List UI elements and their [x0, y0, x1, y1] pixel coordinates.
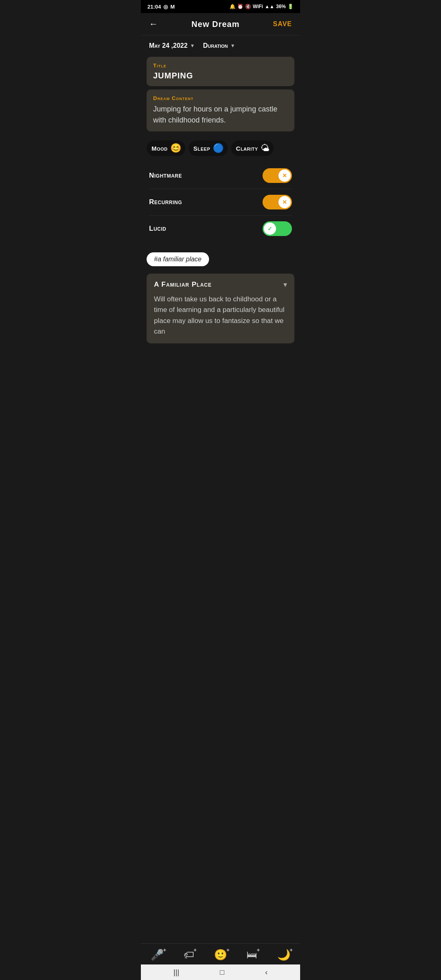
title-card-label: Title — [153, 62, 288, 69]
hashtag-row: #a familiar place — [141, 246, 300, 270]
nightmare-label: Nightmare — [149, 172, 182, 180]
title-input[interactable]: JUMPING — [153, 71, 288, 80]
lucid-label: Lucid — [149, 225, 166, 233]
mood-button[interactable]: 🙂 + — [214, 949, 227, 961]
sleep-plus-icon: + — [290, 947, 293, 953]
place-card-title: A Familiar Place — [154, 281, 212, 289]
title-card[interactable]: Title JUMPING — [147, 57, 294, 86]
alarm-icon: 🔔 — [229, 4, 236, 9]
mic-icon: 🎤 — [151, 949, 164, 961]
top-nav: ← New Dream Save — [141, 13, 300, 36]
gmail-icon: M — [170, 4, 175, 10]
nightmare-icon: ✕ — [282, 172, 287, 179]
duration-picker[interactable]: Duration ▼ — [203, 42, 235, 49]
clock-icon: ⏰ — [237, 4, 243, 9]
tag-row: Mood 😊 Sleep 🔵 Clarity 🌤 — [141, 135, 300, 158]
bed-icon: 🛏 — [247, 949, 257, 961]
bottom-toolbar: 🎤 + 🏷 + 🙂 + 🛏 + 🌙 + — [141, 943, 300, 964]
mic-plus-icon: + — [163, 947, 167, 953]
place-card-header: A Familiar Place ▾ — [154, 280, 287, 289]
mood-label: Mood — [151, 145, 168, 152]
recurring-toggle[interactable]: ✕ — [263, 195, 292, 209]
sleep-emoji: 🔵 — [213, 143, 224, 154]
nightmare-knob: ✕ — [278, 169, 291, 182]
place-card-chevron[interactable]: ▾ — [283, 280, 287, 289]
lucid-icon: ✓ — [267, 225, 272, 232]
mic-button[interactable]: 🎤 + — [151, 949, 164, 961]
whatsapp-icon: ◎ — [163, 4, 168, 10]
clarity-tag[interactable]: Clarity 🌤 — [231, 140, 274, 156]
nightmare-row: Nightmare ✕ — [149, 163, 292, 189]
sleep-tag[interactable]: Sleep 🔵 — [189, 140, 228, 156]
status-right: 🔔 ⏰ 🔇 WiFi ▲▲ 36% 🔋 — [229, 4, 294, 9]
tag-plus-icon: + — [194, 947, 197, 953]
status-time: 21:04 — [147, 4, 161, 10]
clarity-label: Clarity — [236, 145, 258, 152]
recurring-knob: ✕ — [278, 196, 291, 208]
content-input[interactable]: Jumping for hours on a jumping castle wi… — [153, 104, 288, 126]
tag-button[interactable]: 🏷 + — [184, 949, 194, 961]
recurring-label: Recurring — [149, 198, 182, 206]
page-title: New Dream — [192, 20, 240, 29]
recurring-row: Recurring ✕ — [149, 189, 292, 216]
nightmare-toggle[interactable]: ✕ — [263, 168, 292, 183]
android-menu-button[interactable]: ||| — [174, 968, 179, 977]
lucid-knob: ✓ — [264, 223, 276, 235]
content-card-label: Dream Content — [153, 95, 288, 101]
duration-label: Duration — [203, 42, 228, 49]
sleep-icon: 🌙 — [277, 949, 290, 961]
android-back-button[interactable]: ‹ — [265, 968, 267, 977]
recurring-icon: ✕ — [282, 199, 287, 205]
back-button[interactable]: ← — [149, 19, 158, 29]
bed-plus-icon: + — [257, 947, 260, 953]
mood-emoji: 😊 — [170, 143, 181, 154]
save-button[interactable]: Save — [273, 20, 292, 28]
date-value: May 24 ,2022 — [149, 42, 187, 49]
date-picker[interactable]: May 24 ,2022 ▼ — [149, 42, 195, 49]
battery-icon: 🔋 — [287, 4, 294, 9]
battery-level: 36% — [276, 4, 286, 9]
lucid-toggle[interactable]: ✓ — [263, 221, 292, 236]
wifi-icon: WiFi — [253, 4, 263, 9]
toggle-section: Nightmare ✕ Recurring ✕ Lucid ✓ — [141, 158, 300, 246]
place-card[interactable]: A Familiar Place ▾ Will often take us ba… — [147, 274, 294, 343]
android-nav: ||| □ ‹ — [141, 964, 300, 980]
sleep-label: Sleep — [194, 145, 210, 152]
date-row: May 24 ,2022 ▼ Duration ▼ — [141, 36, 300, 53]
mute-icon: 🔇 — [245, 4, 251, 9]
sleep-button[interactable]: 🌙 + — [277, 949, 290, 961]
clarity-emoji: 🌤 — [261, 143, 270, 154]
lucid-row: Lucid ✓ — [149, 216, 292, 242]
android-home-button[interactable]: □ — [220, 968, 225, 977]
mood-icon: 🙂 — [214, 949, 227, 961]
hashtag-pill[interactable]: #a familiar place — [147, 252, 209, 266]
bed-button[interactable]: 🛏 + — [247, 949, 257, 961]
mood-plus-icon: + — [226, 947, 229, 953]
status-left: 21:04 ◎ M — [147, 4, 175, 10]
status-bar: 21:04 ◎ M 🔔 ⏰ 🔇 WiFi ▲▲ 36% 🔋 — [141, 0, 300, 13]
place-card-text: Will often take us back to childhood or … — [154, 294, 287, 337]
date-dropdown-icon: ▼ — [190, 43, 195, 49]
duration-dropdown-icon: ▼ — [230, 43, 235, 49]
content-card[interactable]: Dream Content Jumping for hours on a jum… — [147, 89, 294, 131]
signal-icon: ▲▲ — [265, 4, 274, 9]
mood-tag[interactable]: Mood 😊 — [147, 140, 185, 156]
tag-icon: 🏷 — [184, 949, 194, 961]
